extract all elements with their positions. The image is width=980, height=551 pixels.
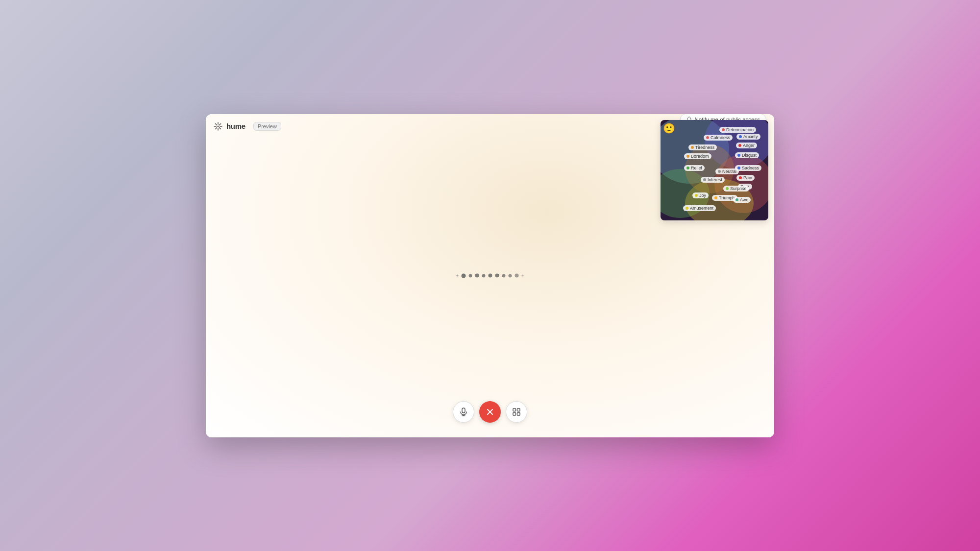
grid-icon (513, 408, 520, 416)
bottom-controls (453, 401, 527, 423)
emotion-tiredness: Tiredness (688, 144, 717, 150)
preview-badge: Preview (253, 122, 281, 131)
waveform-dot (457, 275, 459, 277)
svg-rect-25 (513, 412, 516, 415)
app-window: hume Preview Notify me of public access … (206, 114, 774, 437)
emotion-interest: Interest (701, 177, 725, 183)
mic-icon (460, 407, 467, 416)
emotion-panel: 🙂 Determination Calmness Anxiety Tiredne… (661, 120, 768, 220)
svg-point-0 (218, 125, 219, 127)
emotion-anxiety: Anxiety (736, 134, 760, 140)
emotion-surprise: Surprise (723, 186, 749, 192)
emotion-relief: Relief (684, 165, 705, 171)
waveform-dot (462, 273, 466, 278)
svg-line-6 (220, 127, 221, 129)
emotion-joy: Joy (692, 192, 709, 198)
waveform-dot (475, 274, 479, 278)
emotion-boredom: Boredom (684, 153, 711, 159)
waveform-dot (495, 274, 499, 278)
waveform-dot (509, 274, 512, 277)
waveform-dot (515, 274, 519, 278)
emotion-pain: Pain (736, 175, 755, 181)
emotion-calmness: Calmness (704, 135, 733, 141)
logo-area: hume Preview (214, 122, 281, 131)
close-session-button[interactable] (479, 401, 501, 423)
svg-rect-23 (513, 408, 516, 411)
mic-button[interactable] (453, 401, 474, 423)
svg-rect-24 (517, 408, 520, 411)
svg-rect-26 (517, 412, 520, 415)
waveform-dot (522, 275, 524, 277)
waveform-dot (502, 274, 506, 277)
emotion-emoji: 🙂 (663, 122, 675, 134)
waveform-dot (482, 274, 486, 277)
hume-logo-icon (214, 122, 222, 131)
logo-text: hume (226, 122, 245, 130)
emotion-awe: Awe (733, 197, 751, 203)
svg-line-5 (216, 123, 217, 125)
emotion-disgust: Disgust (735, 152, 759, 158)
close-icon (487, 408, 493, 415)
emotion-canvas: 🙂 Determination Calmness Anxiety Tiredne… (661, 120, 768, 220)
waveform-dot (469, 274, 472, 277)
emotion-sadness: Sadness (735, 165, 761, 171)
waveform-area (457, 273, 524, 278)
grid-button[interactable] (506, 401, 527, 423)
emotion-anger: Anger (736, 143, 757, 148)
svg-rect-18 (462, 408, 465, 413)
svg-line-8 (216, 127, 217, 129)
emotion-determination: Determination (719, 127, 756, 133)
svg-line-7 (220, 123, 221, 125)
waveform-dot (489, 274, 492, 278)
emotion-amusement: Amusement (683, 205, 716, 211)
